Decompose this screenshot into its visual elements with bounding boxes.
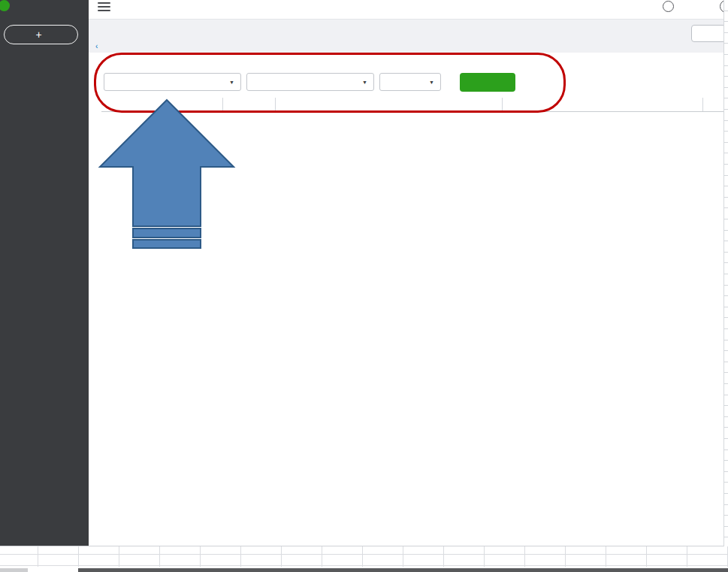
back-to-report-list-link[interactable]: ‹ bbox=[95, 42, 98, 50]
report-panel: ▼ ▼ ▼ bbox=[89, 53, 723, 546]
scrollbar-track bbox=[0, 567, 728, 572]
scrollbar-corner bbox=[0, 568, 28, 572]
column-separator bbox=[222, 98, 223, 111]
excel-column-gridlines bbox=[0, 546, 728, 567]
horizontal-scrollbar-thumb[interactable] bbox=[78, 568, 728, 572]
excel-row-ticks bbox=[723, 0, 728, 546]
run-report-button[interactable] bbox=[460, 73, 515, 92]
help-button[interactable] bbox=[663, 1, 678, 12]
excel-row-gridline bbox=[0, 565, 728, 566]
work-location-filter-dropdown[interactable]: ▼ bbox=[246, 73, 374, 91]
column-separator bbox=[275, 98, 276, 111]
share-button[interactable] bbox=[691, 25, 726, 42]
chevron-down-icon: ▼ bbox=[362, 80, 367, 85]
sidebar: + bbox=[0, 0, 89, 546]
column-separator bbox=[702, 98, 703, 111]
column-separator bbox=[502, 98, 503, 111]
chevron-down-icon: ▼ bbox=[429, 80, 434, 85]
plus-icon: + bbox=[35, 29, 41, 41]
quickbooks-brand[interactable] bbox=[0, 0, 12, 12]
help-question-icon bbox=[663, 1, 674, 12]
comp-class-filter-dropdown[interactable]: ▼ bbox=[379, 73, 441, 91]
table-header bbox=[101, 98, 723, 112]
hamburger-menu-icon[interactable] bbox=[98, 2, 110, 11]
excel-row-gridline bbox=[0, 554, 728, 555]
employee-filter-dropdown[interactable]: ▼ bbox=[104, 73, 241, 91]
app-window: + ‹ ▼ ▼ ▼ bbox=[0, 0, 728, 572]
excel-grid-strip bbox=[0, 546, 728, 572]
topbar bbox=[89, 0, 728, 20]
chevron-down-icon: ▼ bbox=[229, 80, 234, 85]
new-button[interactable]: + bbox=[4, 25, 78, 44]
quickbooks-logo-icon bbox=[0, 0, 10, 11]
